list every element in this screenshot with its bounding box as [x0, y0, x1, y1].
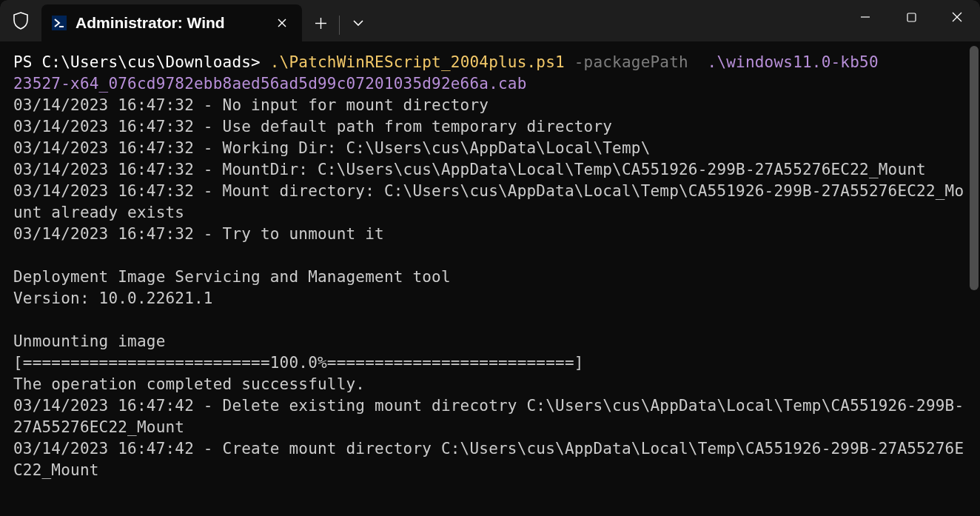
new-tab-button[interactable] — [302, 4, 339, 41]
svg-rect-6 — [907, 13, 916, 21]
tab-title: Administrator: Wind — [75, 14, 264, 32]
out-line: 03/14/2023 16:47:42 - Delete existing mo… — [13, 397, 964, 436]
terminal-output[interactable]: PS C:\Users\cus\Downloads> .\PatchWinRES… — [0, 41, 980, 492]
tab-close-button[interactable] — [272, 13, 292, 33]
command-arg1: .\windows11.0-kb50 — [698, 53, 879, 71]
out-line: 03/14/2023 16:47:32 - Use default path f… — [13, 118, 612, 135]
powershell-icon — [52, 16, 67, 30]
out-line: 03/14/2023 16:47:32 - MountDir: C:\Users… — [13, 161, 926, 178]
prompt: PS C:\Users\cus\Downloads> — [13, 53, 270, 71]
tab-dropdown-button[interactable] — [340, 4, 377, 41]
out-line: 03/14/2023 16:47:32 - Try to unmount it — [13, 225, 384, 243]
out-line: 03/14/2023 16:47:42 - Create mount direc… — [13, 440, 964, 479]
out-line: [==========================100.0%=======… — [13, 354, 584, 372]
minimize-button[interactable] — [842, 0, 888, 34]
out-line: Deployment Image Servicing and Managemen… — [13, 268, 451, 286]
maximize-button[interactable] — [888, 0, 934, 34]
out-line: 03/14/2023 16:47:32 - Working Dir: C:\Us… — [13, 139, 651, 157]
shield-icon — [0, 0, 41, 41]
out-line: Version: 10.0.22621.1 — [13, 289, 213, 307]
command-arg2: 23527-x64_076cd9782ebb8aed56ad5d99c07201… — [13, 75, 527, 93]
close-window-button[interactable] — [934, 0, 980, 34]
out-line: 03/14/2023 16:47:32 - No input for mount… — [13, 96, 489, 114]
command-script: .\PatchWinREScript_2004plus.ps1 — [270, 53, 565, 71]
out-line: 03/14/2023 16:47:32 - Mount directory: C… — [13, 182, 964, 221]
titlebar: Administrator: Wind — [0, 0, 980, 41]
command-param: -packagePath — [565, 53, 698, 71]
scrollbar-thumb[interactable] — [970, 46, 979, 290]
active-tab[interactable]: Administrator: Wind — [41, 4, 302, 41]
out-line: The operation completed successfully. — [13, 375, 365, 393]
window-controls — [842, 0, 980, 34]
out-line: Unmounting image — [13, 332, 166, 350]
